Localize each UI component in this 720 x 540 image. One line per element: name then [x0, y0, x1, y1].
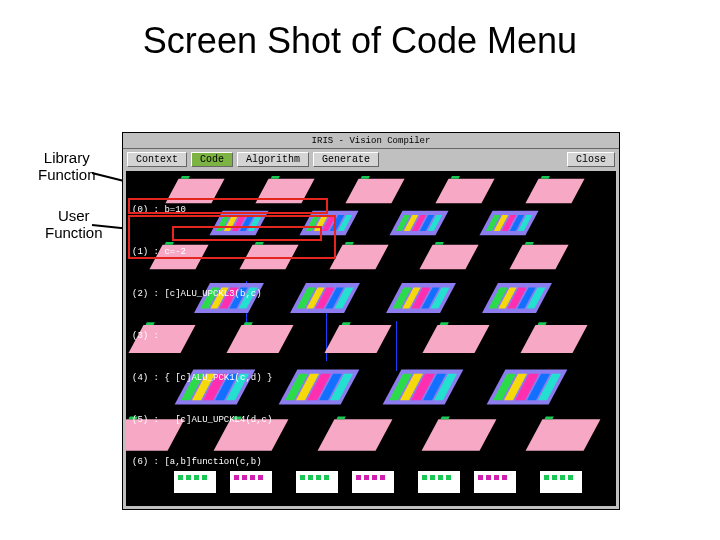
chip-io-green — [540, 471, 582, 493]
chip-pink — [345, 179, 404, 204]
chip-purple — [290, 283, 360, 313]
app-window: IRIS - Vision Compiler Context Code Algo… — [122, 132, 620, 510]
menu-context[interactable]: Context — [127, 152, 187, 167]
chip-purple — [279, 369, 360, 404]
chip-io-magenta — [352, 471, 394, 493]
route-line — [396, 321, 397, 371]
window-titlebar: IRIS - Vision Compiler — [123, 133, 619, 149]
chip-pink — [435, 179, 494, 204]
chip-purple — [386, 283, 456, 313]
code-line: (4) : { [c]ALU_PCK1(c,d) } — [130, 371, 274, 385]
menu-close[interactable]: Close — [567, 152, 615, 167]
chip-purple — [482, 283, 552, 313]
chip-purple — [383, 369, 464, 404]
chip-pink — [422, 419, 497, 451]
code-line: (6) : [a,b]function(c,b) — [130, 455, 274, 469]
code-line: (0) : b=10 — [130, 203, 274, 217]
chip-pink — [423, 325, 490, 353]
chip-pink — [526, 419, 601, 451]
code-line: (3) : — [130, 329, 274, 343]
chip-purple — [479, 211, 538, 236]
chip-pink — [325, 325, 392, 353]
chip-pink — [419, 245, 478, 270]
canvas-viewport[interactable]: (0) : b=10 (1) : c=-2 (2) : [c]ALU_UPCKL… — [126, 171, 616, 506]
chip-pink — [525, 179, 584, 204]
chip-io-green — [296, 471, 338, 493]
chip-pink — [521, 325, 588, 353]
code-line: (5) : [c]ALU_UPCKL4(d,c) — [130, 413, 274, 427]
chip-io-magenta — [474, 471, 516, 493]
menu-code[interactable]: Code — [191, 152, 233, 167]
chip-pink — [509, 245, 568, 270]
menu-generate[interactable]: Generate — [313, 152, 379, 167]
chip-purple — [389, 211, 448, 236]
code-listing: (0) : b=10 (1) : c=-2 (2) : [c]ALU_UPCKL… — [130, 175, 274, 497]
chip-purple — [299, 211, 358, 236]
chip-purple — [487, 369, 568, 404]
annotation-library-function: LibraryFunction — [38, 150, 96, 183]
chip-io-green — [418, 471, 460, 493]
slide-title: Screen Shot of Code Menu — [0, 20, 720, 62]
code-line: (2) : [c]ALU_UPCKL3(b,c) — [130, 287, 274, 301]
code-line: (1) : c=-2 — [130, 245, 274, 259]
chip-pink — [329, 245, 388, 270]
window-menubar: Context Code Algorithm Generate Close — [123, 149, 619, 169]
menu-algorithm[interactable]: Algorithm — [237, 152, 309, 167]
chip-pink — [318, 419, 393, 451]
